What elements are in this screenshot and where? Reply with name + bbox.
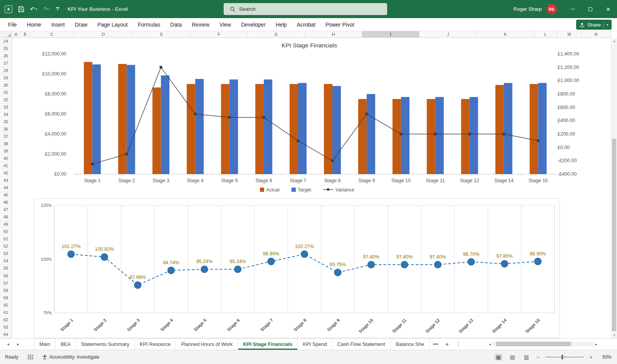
sheet-canvas[interactable]: KPI Stage Financials£12,000.00£10,000.00…: [12, 38, 611, 338]
row-header-59[interactable]: 59: [0, 294, 12, 302]
maximize-button[interactable]: [582, 0, 599, 18]
row-header-57[interactable]: 57: [0, 280, 12, 287]
redo-button[interactable]: ↷▾: [43, 6, 51, 13]
minimize-button[interactable]: [564, 0, 582, 18]
row-header-34[interactable]: 34: [0, 111, 12, 118]
row-header-51[interactable]: 51: [0, 235, 12, 243]
row-header-46[interactable]: 46: [0, 199, 12, 206]
undo-button[interactable]: ↶▾: [30, 6, 37, 13]
more-sheets-button[interactable]: •••: [430, 339, 442, 350]
avatar[interactable]: RS: [546, 4, 557, 14]
ribbon-tab-draw[interactable]: Draw: [70, 18, 93, 31]
row-header-64[interactable]: 64: [0, 331, 12, 338]
ribbon-tab-view[interactable]: View: [214, 18, 236, 31]
normal-view-icon[interactable]: ▦: [494, 354, 502, 361]
row-header-54[interactable]: 54: [0, 257, 12, 265]
row-header-47[interactable]: 47: [0, 206, 12, 213]
row-header-36[interactable]: 36: [0, 126, 12, 133]
user-name[interactable]: Roger Sharp: [513, 6, 542, 12]
sheet-options-icon[interactable]: ⋮: [452, 339, 464, 350]
row-header-35[interactable]: 35: [0, 118, 12, 126]
undo-chevron-icon[interactable]: ▾: [36, 7, 37, 11]
column-header-n[interactable]: N: [582, 31, 611, 37]
close-button[interactable]: ×: [599, 0, 617, 18]
column-header-f[interactable]: F: [190, 31, 248, 37]
accessibility-status[interactable]: Accessibility: Investigate: [42, 354, 99, 360]
row-header-40[interactable]: 40: [0, 155, 12, 162]
scroll-up-icon[interactable]: ▴: [611, 38, 617, 44]
sheet-tab-statements-summary[interactable]: Statements Summary: [76, 339, 135, 350]
row-header-26[interactable]: 26: [0, 52, 12, 60]
stage-percentage-line-chart[interactable]: 125%100%75%102.27%100.92%87.88%94.74%95.…: [34, 198, 560, 338]
row-header-61[interactable]: 61: [0, 309, 12, 316]
row-header-29[interactable]: 29: [0, 74, 12, 82]
ribbon-tab-review[interactable]: Review: [187, 18, 214, 31]
row-header-24[interactable]: 24: [0, 38, 12, 45]
row-header-45[interactable]: 45: [0, 191, 12, 199]
column-header-m[interactable]: M: [557, 31, 582, 37]
row-header-27[interactable]: 27: [0, 60, 12, 67]
row-header-50[interactable]: 50: [0, 228, 12, 235]
select-all-corner[interactable]: [0, 31, 12, 37]
zoom-slider[interactable]: [545, 357, 584, 357]
row-header-42[interactable]: 42: [0, 169, 12, 177]
save-icon[interactable]: [18, 6, 24, 12]
row-header-30[interactable]: 30: [0, 82, 12, 89]
row-header-62[interactable]: 62: [0, 316, 12, 324]
row-header-48[interactable]: 48: [0, 213, 12, 221]
column-header-g[interactable]: G: [248, 31, 305, 37]
ribbon-tab-insert[interactable]: Insert: [46, 18, 70, 31]
ribbon-tab-power-pivot[interactable]: Power Pivot: [320, 18, 359, 31]
page-layout-view-icon[interactable]: ▤: [508, 354, 516, 361]
sheet-tab-cash-flow-statement[interactable]: Cash Flow Statement: [332, 339, 391, 350]
zoom-out-icon[interactable]: −: [536, 354, 539, 360]
column-header-j[interactable]: J: [420, 31, 477, 37]
row-header-41[interactable]: 41: [0, 162, 12, 169]
column-header-c[interactable]: C: [30, 31, 74, 37]
vertical-scrollbar-thumb[interactable]: [612, 139, 616, 331]
zoom-slider-thumb[interactable]: [561, 355, 563, 359]
horizontal-scrollbar-track[interactable]: [493, 342, 593, 346]
row-header-38[interactable]: 38: [0, 140, 12, 148]
ribbon-tab-home[interactable]: Home: [22, 18, 46, 31]
row-header-44[interactable]: 44: [0, 184, 12, 191]
ribbon-tab-acrobat[interactable]: Acrobat: [292, 18, 320, 31]
ribbon-tab-developer[interactable]: Developer: [236, 18, 271, 31]
scroll-left-icon[interactable]: ◂: [487, 342, 493, 346]
search-input[interactable]: Search: [224, 3, 387, 15]
ribbon-tab-data[interactable]: Data: [165, 18, 187, 31]
row-header-58[interactable]: 58: [0, 287, 12, 294]
sheet-nav-left-icon[interactable]: ◂: [3, 339, 13, 350]
sheet-tab-kpi-spend[interactable]: KPI Spend: [298, 339, 332, 350]
column-header-a[interactable]: A: [12, 31, 20, 37]
ribbon-tab-file[interactable]: File: [3, 18, 22, 31]
row-header-33[interactable]: 33: [0, 104, 12, 111]
row-header-43[interactable]: 43: [0, 177, 12, 184]
scroll-right-icon[interactable]: ▸: [593, 342, 599, 346]
scroll-down-icon[interactable]: ▾: [611, 332, 617, 338]
column-header-b[interactable]: B: [20, 31, 30, 37]
column-header-l[interactable]: L: [534, 31, 557, 37]
vertical-scrollbar[interactable]: ▴ ▾: [611, 38, 617, 338]
sheet-tab-planned-hours-of-work[interactable]: Planned Hours of Work: [176, 339, 238, 350]
ribbon-tab-help[interactable]: Help: [271, 18, 292, 31]
ribbon-tab-formulas[interactable]: Formulas: [133, 18, 165, 31]
column-header-d[interactable]: D: [74, 31, 133, 37]
share-button[interactable]: Share ▾: [576, 20, 612, 30]
customize-quick-access-toolbar-button[interactable]: ▾: [56, 7, 59, 11]
kpi-stage-financials-combo-chart[interactable]: KPI Stage Financials£12,000.00£10,000.00…: [34, 39, 594, 196]
macro-record-icon[interactable]: [28, 355, 33, 359]
row-header-37[interactable]: 37: [0, 133, 12, 140]
row-header-60[interactable]: 60: [0, 302, 12, 309]
new-sheet-button[interactable]: +: [442, 339, 452, 350]
sheet-tab-balance-she[interactable]: Balance She: [391, 339, 430, 350]
row-header-49[interactable]: 49: [0, 221, 12, 228]
row-header-52[interactable]: 52: [0, 243, 12, 250]
zoom-percentage[interactable]: 93%: [598, 354, 612, 360]
column-header-i[interactable]: I: [362, 31, 420, 37]
row-header-53[interactable]: 53: [0, 250, 12, 257]
row-header-31[interactable]: 31: [0, 89, 12, 96]
sheet-tab-main[interactable]: Main: [34, 339, 56, 350]
column-header-k[interactable]: K: [477, 31, 534, 37]
share-chevron-icon[interactable]: ▾: [607, 23, 608, 27]
